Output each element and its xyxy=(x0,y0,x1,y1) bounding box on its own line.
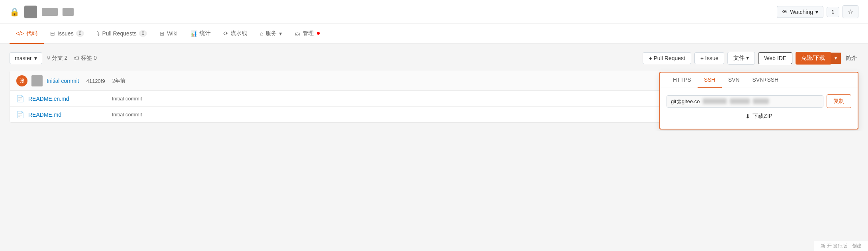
branch-selector[interactable]: master ▾ xyxy=(10,52,42,64)
file-icon: 📄 xyxy=(16,95,24,102)
pull-request-button[interactable]: + Pull Request xyxy=(643,52,691,64)
tab-pull-requests[interactable]: ⤵ Pull Requests 0 xyxy=(90,24,153,44)
clone-tab-svn[interactable]: SVN xyxy=(722,73,746,88)
admin-notification-dot xyxy=(317,32,320,35)
intro-button[interactable]: 简介 xyxy=(844,52,858,64)
commit-time: 2年前 xyxy=(112,77,125,84)
tab-code[interactable]: </> 代码 xyxy=(10,24,44,44)
clone-tab-svn-ssh[interactable]: SVN+SSH xyxy=(746,73,785,88)
copy-button[interactable]: 复制 xyxy=(827,94,851,108)
pr-badge: 0 xyxy=(139,30,147,37)
file-name[interactable]: README.en.md xyxy=(28,96,100,102)
download-label: 下载ZIP xyxy=(753,113,772,120)
tag-count: 🏷 标签 0 xyxy=(74,55,97,62)
pr-icon: ⤵ xyxy=(97,30,100,37)
commit-author-avatar-gray xyxy=(31,75,43,86)
wiki-icon: ⊞ xyxy=(160,30,164,37)
user-avatar xyxy=(24,6,37,18)
tab-admin-label: 管理 xyxy=(303,30,314,37)
star-button[interactable]: ☆ xyxy=(843,5,858,18)
lock-icon: 🔒 xyxy=(10,7,20,17)
services-arrow-icon: ▾ xyxy=(279,30,282,37)
main-content: master ▾ ⑂ 分支 2 🏷 标签 0 + Pull Request + … xyxy=(0,44,868,131)
star-icon: ☆ xyxy=(848,8,853,16)
watching-button[interactable]: 👁 Watching ▾ xyxy=(777,6,823,18)
download-icon: ⬇ xyxy=(745,113,750,120)
nav-tabs: </> 代码 ⊟ Issues 0 ⤵ Pull Requests 0 ⊞ Wi… xyxy=(0,24,868,44)
toolbar-row: master ▾ ⑂ 分支 2 🏷 标签 0 + Pull Request + … xyxy=(10,52,858,65)
tab-wiki-label: Wiki xyxy=(167,30,177,37)
web-ide-button[interactable]: Web IDE xyxy=(758,52,792,64)
tab-services[interactable]: ⌂ 服务 ▾ xyxy=(254,24,288,44)
tab-pipeline-label: 流水线 xyxy=(231,30,247,37)
clone-tabs: HTTPS SSH SVN SVN+SSH xyxy=(660,73,858,88)
repo-actions: 👁 Watching ▾ 1 ☆ xyxy=(777,5,858,18)
watching-count: 1 xyxy=(827,7,839,17)
clone-download-button[interactable]: 克隆/下载 ▾ xyxy=(796,52,841,65)
tab-stats-label: 统计 xyxy=(199,30,211,37)
services-icon: ⌂ xyxy=(260,30,263,37)
commit-hash: 41120f9 xyxy=(86,78,105,84)
tab-code-label: 代码 xyxy=(26,30,37,37)
clone-url-prefix: git@gitee.co xyxy=(671,98,700,104)
branch-info: ⑂ 分支 2 🏷 标签 0 xyxy=(47,55,97,62)
branch-count: ⑂ 分支 2 xyxy=(47,55,68,62)
file-btn-arrow: ▾ xyxy=(746,55,749,61)
branch-arrow-icon: ▾ xyxy=(34,55,37,61)
tab-issues[interactable]: ⊟ Issues 0 xyxy=(44,24,90,44)
clone-tab-https[interactable]: HTTPS xyxy=(667,73,698,88)
pipeline-icon: ⟳ xyxy=(223,30,228,37)
clone-body: git@gitee.co 复制 ⬇ 下载ZIP xyxy=(660,88,858,129)
admin-icon: 🗂 xyxy=(295,30,300,37)
clone-panel: HTTPS SSH SVN SVN+SSH git@gitee.co 复制 xyxy=(659,72,858,129)
download-zip-row[interactable]: ⬇ 下载ZIP xyxy=(667,108,851,122)
tab-services-label: 服务 xyxy=(266,30,277,37)
commit-author-avatar: 张 xyxy=(16,75,27,86)
clone-main-btn[interactable]: 克隆/下载 xyxy=(796,52,831,65)
file-name[interactable]: README.md xyxy=(28,112,100,118)
stats-icon: 📊 xyxy=(190,30,197,37)
clone-url-blur1 xyxy=(703,98,727,104)
file-icon: 📄 xyxy=(16,111,24,118)
tag-icon: 🏷 xyxy=(74,55,79,61)
issue-button[interactable]: + Issue xyxy=(694,52,725,64)
eye-icon: 👁 xyxy=(782,9,788,15)
commit-message[interactable]: Initial commit xyxy=(47,78,79,84)
repo-name-part2 xyxy=(63,8,74,16)
branch-fork-icon: ⑂ xyxy=(47,55,50,61)
toolbar-right: + Pull Request + Issue 文件 ▾ Web IDE 克隆/下… xyxy=(643,52,858,65)
watching-label: Watching xyxy=(790,9,813,15)
file-button[interactable]: 文件 ▾ xyxy=(727,52,755,65)
top-bar: 🔒 👁 Watching ▾ 1 ☆ xyxy=(0,0,868,24)
clone-url-input[interactable]: git@gitee.co xyxy=(667,95,823,108)
clone-tab-ssh[interactable]: SSH xyxy=(698,73,722,88)
clone-url-blur2 xyxy=(730,98,750,104)
tab-admin[interactable]: 🗂 管理 xyxy=(288,24,326,44)
tab-issues-label: Issues xyxy=(57,30,73,37)
clone-input-row: git@gitee.co 复制 xyxy=(667,94,851,108)
tab-pr-label: Pull Requests xyxy=(102,30,136,37)
clone-arrow-btn[interactable]: ▾ xyxy=(831,53,841,64)
branch-name: master xyxy=(15,55,32,61)
issues-badge: 0 xyxy=(76,30,84,37)
issues-icon: ⊟ xyxy=(50,30,55,37)
repo-identity: 🔒 xyxy=(10,6,74,18)
repo-name-part1 xyxy=(42,8,58,16)
file-btn-label: 文件 xyxy=(733,55,745,61)
tab-stats[interactable]: 📊 统计 xyxy=(184,24,217,44)
code-icon: </> xyxy=(16,30,24,37)
chevron-down-icon: ▾ xyxy=(815,9,818,15)
tab-pipeline[interactable]: ⟳ 流水线 xyxy=(217,24,254,44)
clone-url-blur3 xyxy=(753,98,769,104)
tab-wiki[interactable]: ⊞ Wiki xyxy=(153,24,184,44)
